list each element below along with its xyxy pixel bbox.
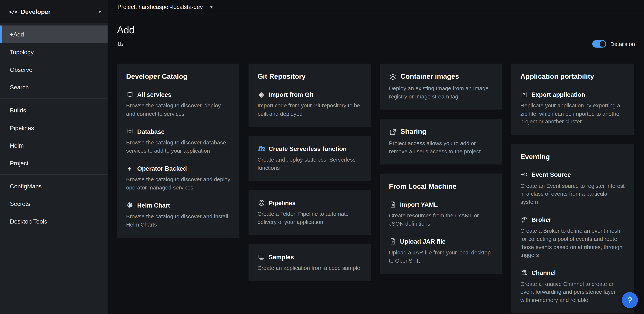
- item-description: Browse the catalog to discover database …: [126, 139, 230, 155]
- details-toggle-group: Details on: [592, 40, 635, 48]
- item-pipelines[interactable]: Pipelines Create a Tekton Pipeline to au…: [258, 199, 362, 226]
- item-description: Create a Knative Channel to create an ev…: [520, 280, 625, 304]
- cards-column-2: Git Repository ◈ Import from Git Import …: [248, 64, 371, 282]
- details-switch[interactable]: [592, 40, 606, 48]
- card-sharing[interactable]: Sharing Project access allows you to add…: [380, 119, 502, 165]
- developer-code-icon: </>: [9, 8, 17, 14]
- card-from-local-machine[interactable]: From Local Machine Import YAML Create re…: [380, 174, 502, 274]
- add-cards-grid: Developer Catalog All services Browse th…: [117, 64, 635, 313]
- channel-icon: [520, 269, 528, 276]
- item-export-application[interactable]: Export application Replicate your applic…: [520, 91, 625, 126]
- sidebar-item-desktop-tools[interactable]: Desktop Tools: [0, 213, 108, 230]
- card-samples[interactable]: Samples Create an application from a cod…: [248, 244, 371, 282]
- item-description: Create an application from a code sample: [258, 264, 362, 272]
- perspective-switcher[interactable]: </> Developer ▾: [0, 0, 108, 23]
- item-samples[interactable]: Samples Create an application from a cod…: [258, 253, 362, 273]
- item-title: Upload JAR file: [400, 238, 446, 245]
- project-selector[interactable]: Project: harshcasper-localsta-dev ▾: [108, 0, 644, 14]
- sidebar-item-project[interactable]: Project: [0, 154, 108, 172]
- cards-column-1: Developer Catalog All services Browse th…: [117, 64, 240, 238]
- item-event-source[interactable]: Event Source Create an Event source to r…: [520, 171, 625, 206]
- item-description: Upload a JAR file from your local deskto…: [389, 249, 493, 265]
- item-description: Browse the catalog to discover and insta…: [126, 213, 230, 229]
- upload-jar-icon: [389, 238, 396, 245]
- sidebar-item-search[interactable]: Search: [0, 78, 108, 96]
- item-description: Create an Event source to register inter…: [520, 182, 625, 206]
- catalog-item-helm-chart[interactable]: ☸ Helm Chart Browse the catalog to disco…: [126, 202, 230, 229]
- card-title: Sharing: [400, 128, 426, 136]
- item-title: Channel: [532, 269, 556, 276]
- git-icon: ◈: [258, 91, 265, 98]
- item-description: Browse the catalog to discover, deploy a…: [126, 102, 230, 118]
- item-title: Export application: [532, 91, 585, 98]
- sidebar-item-configmaps[interactable]: ConfigMaps: [0, 177, 108, 195]
- pipelines-icon: [258, 199, 265, 207]
- card-title: Git Repository: [258, 73, 362, 81]
- export-application-icon: [520, 91, 528, 98]
- item-description: Import code from your Git repository to …: [258, 102, 362, 118]
- card-git-repository[interactable]: Git Repository ◈ Import from Git Import …: [248, 64, 371, 127]
- sidebar-item-secrets[interactable]: Secrets: [0, 195, 108, 213]
- book-plus-icon[interactable]: [117, 40, 124, 48]
- sidebar-item-helm[interactable]: Helm: [0, 137, 108, 154]
- serverless-fn-icon: fn: [258, 145, 265, 152]
- sidebar-item-topology[interactable]: Topology: [0, 43, 108, 61]
- cards-column-3: Container images Deploy an existing Imag…: [380, 64, 502, 274]
- switch-knob: [600, 41, 606, 47]
- card-title: From Local Machine: [389, 183, 493, 191]
- item-title: Database: [137, 128, 164, 135]
- caret-down-icon: ▾: [98, 8, 101, 14]
- sharing-icon: [389, 128, 396, 135]
- item-import-from-git[interactable]: ◈ Import from Git Import code from your …: [258, 91, 362, 118]
- card-title: Developer Catalog: [126, 73, 230, 81]
- item-description: Create a Tekton Pipeline to automate del…: [258, 210, 362, 226]
- item-description: Replicate your application by exporting …: [520, 102, 625, 126]
- sidebar-item-builds[interactable]: Builds: [0, 101, 108, 119]
- item-title: Helm Chart: [137, 202, 170, 209]
- catalog-item-all-services[interactable]: All services Browse the catalog to disco…: [126, 91, 230, 118]
- details-toggle-label: Details on: [610, 41, 635, 47]
- card-developer-catalog[interactable]: Developer Catalog All services Browse th…: [117, 64, 240, 238]
- database-icon: [126, 128, 134, 135]
- item-title: Import YAML: [400, 201, 438, 208]
- helm-chart-icon: ☸: [126, 202, 134, 209]
- card-title: Container images: [400, 73, 459, 81]
- nav-separator: [0, 174, 108, 175]
- help-icon: ?: [627, 295, 632, 305]
- perspective-label: Developer: [21, 8, 50, 15]
- item-upload-jar-file[interactable]: Upload JAR file Upload a JAR file from y…: [389, 238, 493, 265]
- item-title: All services: [137, 91, 172, 98]
- container-images-icon: [389, 73, 396, 80]
- item-description: Create resources from their YAML or JSON…: [389, 212, 493, 228]
- item-create-serverless-function[interactable]: fn Create Serverless function Create and…: [258, 145, 362, 172]
- catalog-item-database[interactable]: Database Browse the catalog to discover …: [126, 128, 230, 155]
- samples-icon: [258, 253, 265, 261]
- card-description: Project access allows you to add or remo…: [389, 140, 493, 156]
- card-eventing[interactable]: Eventing Event Source Create an Event so…: [511, 144, 634, 313]
- caret-down-icon: ▾: [210, 4, 212, 10]
- item-title: Event Source: [532, 171, 571, 178]
- item-title: Samples: [268, 254, 294, 260]
- card-application-portability[interactable]: Application portability Export applicati…: [511, 64, 634, 135]
- item-description: Browse the catalog to discover and deplo…: [126, 176, 230, 192]
- sidebar-item-observe[interactable]: Observe: [0, 61, 108, 78]
- item-description: Create and deploy stateless, Serverless …: [258, 156, 362, 172]
- item-import-yaml[interactable]: Import YAML Create resources from their …: [389, 201, 493, 228]
- sidebar-item-add[interactable]: +Add: [0, 25, 108, 43]
- item-channel[interactable]: Channel Create a Knative Channel to crea…: [520, 269, 625, 304]
- cards-column-4: Application portability Export applicati…: [511, 64, 634, 313]
- sidebar-item-pipelines[interactable]: Pipelines: [0, 119, 108, 137]
- project-selector-label: Project: harshcasper-localsta-dev: [118, 3, 203, 10]
- card-serverless-function[interactable]: fn Create Serverless function Create and…: [248, 136, 371, 181]
- app-root: </> Developer ▾ +Add Topology Observe Se…: [0, 0, 644, 314]
- catalog-item-operator-backed[interactable]: Operator Backed Browse the catalog to di…: [126, 165, 230, 192]
- item-title: Pipelines: [268, 199, 296, 206]
- card-description: Deploy an existing Image from an Image r…: [389, 84, 493, 100]
- card-pipelines[interactable]: Pipelines Create a Tekton Pipeline to au…: [248, 190, 371, 235]
- operator-backed-icon: [126, 165, 134, 172]
- page-header-row: Details on: [117, 40, 635, 48]
- card-container-images[interactable]: Container images Deploy an existing Imag…: [380, 64, 502, 110]
- item-description: Create a Broker to define an event mesh …: [520, 227, 625, 259]
- item-broker[interactable]: Broker Create a Broker to define an even…: [520, 216, 625, 259]
- event-source-icon: [520, 171, 528, 178]
